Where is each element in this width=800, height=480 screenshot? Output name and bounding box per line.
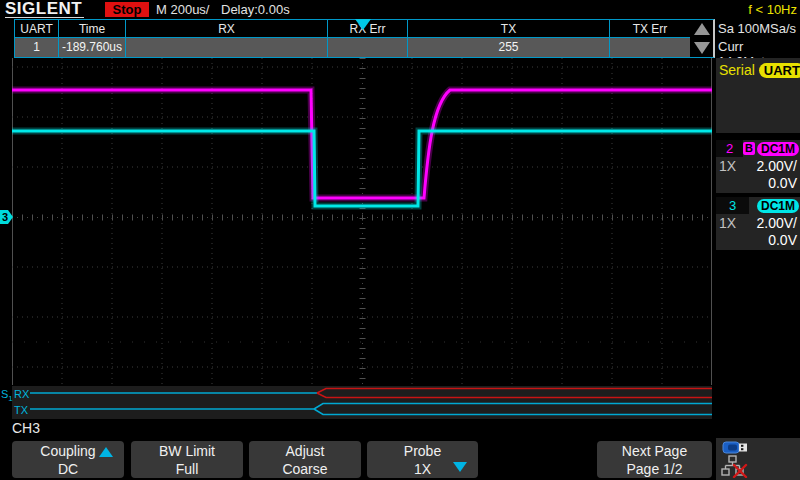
row-cell-tx[interactable]: 255 <box>408 38 610 57</box>
channel2-scale: 2.00V/ <box>757 158 797 175</box>
column-header-txerr: TX Err <box>610 20 690 38</box>
channel3-coupling-badge: DC1M <box>757 199 799 213</box>
menu-button-bwlimit[interactable]: BW Limit Full <box>131 441 243 478</box>
trigger-position-icon[interactable] <box>355 19 371 30</box>
menu-button-title: Probe <box>367 442 478 460</box>
scroll-down-icon[interactable] <box>694 42 710 54</box>
scroll-up-icon[interactable] <box>694 23 710 35</box>
tx-bus-label: TX <box>14 404 29 416</box>
row-cell-rxerr[interactable] <box>328 38 408 57</box>
trigger-frequency-readout: f < 10Hz <box>727 2 797 17</box>
menu-button-probe[interactable]: Probe 1X <box>367 441 478 478</box>
channel3-number: 3 <box>716 197 749 214</box>
down-arrow-icon <box>453 462 467 472</box>
channel2-atten: 1X <box>719 158 736 175</box>
serial-type-badge: UART <box>759 63 800 78</box>
channel3-offset: 0.0V <box>716 232 800 248</box>
usb-device-icon <box>722 441 750 455</box>
channel3-scale: 2.00V/ <box>757 215 797 232</box>
channel2-offset: 0.0V <box>716 175 800 191</box>
channel2-info-box[interactable]: 2 B DC1M 1X 2.00V/ 0.0V <box>716 140 800 193</box>
delay-readout: Delay:0.00s <box>221 2 290 17</box>
ch3-marker-label: 3 <box>2 211 8 223</box>
run-state-badge[interactable]: Stop <box>105 2 149 17</box>
rx-bus-label: RX <box>14 388 30 400</box>
column-header-rx: RX <box>126 20 328 38</box>
decode-source-label: S1 <box>1 388 13 403</box>
menu-button-adjust[interactable]: Adjust Coarse <box>249 441 361 478</box>
menu-button-value: Page 1/2 <box>597 460 712 478</box>
channel3-atten: 1X <box>719 215 736 232</box>
up-arrow-icon <box>99 447 113 457</box>
sample-rate-readout: Sa 100MSa/s <box>718 21 796 36</box>
oscilloscope-screen: SIGLENT Stop M 200us/ Delay:0.00s f < 10… <box>0 0 800 480</box>
row-cell-rx[interactable] <box>126 38 328 57</box>
brand-logo: SIGLENT <box>5 0 84 18</box>
timebase-readout: M 200us/ <box>156 2 209 17</box>
column-header-time: Time <box>59 20 126 38</box>
menu-button-title: Adjust <box>249 442 361 460</box>
row-cell-time[interactable]: -189.760us <box>59 38 126 57</box>
channel2-bwlimit-badge: B <box>743 142 755 155</box>
menu-button-title: BW Limit <box>131 442 243 460</box>
column-header-tx: TX <box>408 20 610 38</box>
row-cell-index[interactable]: 1 <box>15 38 59 57</box>
status-icon-panel <box>716 438 800 480</box>
channel2-coupling-badge: DC1M <box>757 142 799 156</box>
menu-button-value: DC <box>12 460 124 478</box>
active-channel-label: CH3 <box>12 420 40 436</box>
waveform-display: 3 S1 RX TX <box>0 58 716 440</box>
menu-button-coupling[interactable]: Coupling DC <box>12 441 124 478</box>
menu-button-title: Next Page <box>597 442 712 460</box>
menu-button-nextpage[interactable]: Next Page Page 1/2 <box>597 441 712 478</box>
table-scroll-cell <box>690 20 713 57</box>
column-header-uart: UART <box>15 20 59 38</box>
lan-disconnected-icon <box>721 455 751 478</box>
menu-button-value: Coarse <box>249 460 361 478</box>
row-cell-txerr[interactable] <box>610 38 690 57</box>
channel3-info-box[interactable]: 3 DC1M 1X 2.00V/ 0.0V <box>716 197 800 250</box>
serial-label: Serial <box>719 62 755 78</box>
menu-button-value: Full <box>131 460 243 478</box>
serial-decode-panel[interactable]: Serial UART <box>716 58 800 133</box>
channel2-number: 2 <box>716 140 743 157</box>
ch3-level-marker[interactable]: 3 <box>0 210 13 224</box>
